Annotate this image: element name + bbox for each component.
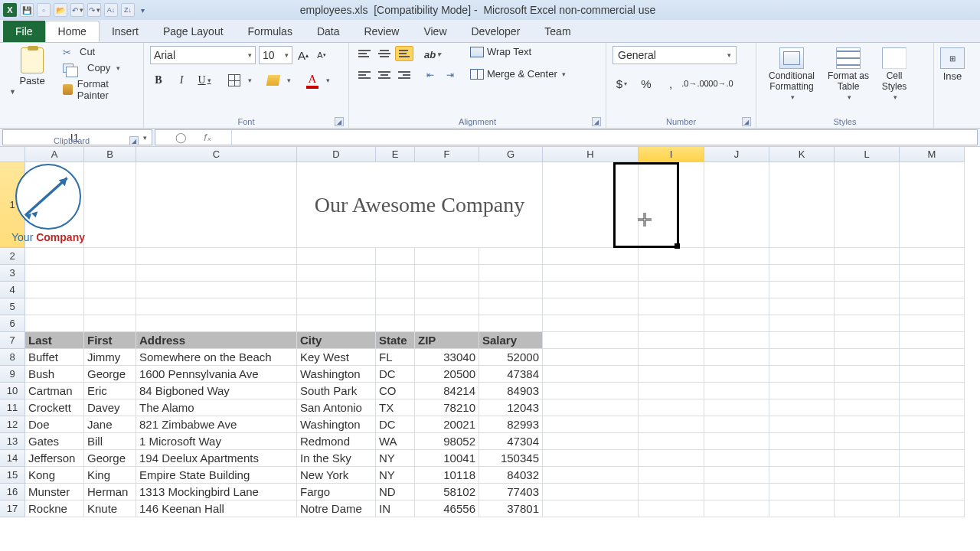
- tab-home[interactable]: Home: [45, 21, 100, 42]
- cell-K3[interactable]: [769, 265, 835, 282]
- cell-C16[interactable]: 1313 Mockingbird Lane: [136, 484, 297, 500]
- cell-M13[interactable]: [900, 433, 965, 450]
- row-header-11[interactable]: 11: [0, 399, 25, 416]
- cell-C9[interactable]: 1600 Pennsylvania Ave: [136, 366, 297, 383]
- cell-I10[interactable]: [639, 383, 704, 399]
- cell-G9[interactable]: 47384: [479, 366, 543, 383]
- cell-A16[interactable]: Munster: [25, 484, 84, 500]
- cell-H7[interactable]: [543, 332, 639, 349]
- cell-L4[interactable]: [835, 282, 900, 298]
- row-header-12[interactable]: 12: [0, 416, 25, 433]
- cell-F13[interactable]: 98052: [415, 433, 479, 450]
- tab-page-layout[interactable]: Page Layout: [151, 21, 236, 42]
- cell-M8[interactable]: [900, 349, 965, 366]
- cell-G14[interactable]: 150345: [479, 450, 543, 467]
- cell-H6[interactable]: [543, 315, 639, 332]
- cell-A4[interactable]: [25, 282, 84, 298]
- cell-D15[interactable]: New York: [297, 467, 376, 484]
- wrap-text-button[interactable]: Wrap Text: [470, 46, 566, 57]
- cell-F8[interactable]: 33040: [415, 349, 479, 366]
- cell-F5[interactable]: [415, 298, 479, 315]
- conditional-formatting-button[interactable]: Conditional Formatting▾: [763, 46, 821, 103]
- cell-L12[interactable]: [835, 416, 900, 433]
- cell-G17[interactable]: 37801: [479, 500, 543, 517]
- cell-G6[interactable]: [479, 315, 543, 332]
- row-header-7[interactable]: 7: [0, 332, 25, 349]
- new-icon[interactable]: ▫: [37, 3, 51, 17]
- cell-A15[interactable]: Kong: [25, 467, 84, 484]
- cell-C5[interactable]: [136, 298, 297, 315]
- cell-B5[interactable]: [84, 298, 136, 315]
- row-header-14[interactable]: 14: [0, 450, 25, 467]
- cell-M16[interactable]: [900, 484, 965, 500]
- cell-C2[interactable]: [136, 248, 297, 265]
- comma-button[interactable]: ,: [662, 75, 680, 92]
- increase-indent-button[interactable]: ⇥: [441, 67, 459, 83]
- cell-H12[interactable]: [543, 416, 639, 433]
- cell-H13[interactable]: [543, 433, 639, 450]
- tab-file[interactable]: File: [3, 21, 45, 42]
- align-bottom-button[interactable]: [395, 46, 413, 61]
- cell-C11[interactable]: The Alamo: [136, 399, 297, 416]
- cell-I6[interactable]: [639, 315, 704, 332]
- cell-E17[interactable]: IN: [376, 500, 415, 517]
- cell-L16[interactable]: [835, 484, 900, 500]
- row-header-15[interactable]: 15: [0, 467, 25, 484]
- cell-L11[interactable]: [835, 399, 900, 416]
- col-header-G[interactable]: G: [479, 147, 543, 162]
- col-header-B[interactable]: B: [84, 147, 136, 162]
- tab-formulas[interactable]: Formulas: [236, 21, 305, 42]
- cut-button[interactable]: ✂Cut: [63, 46, 137, 57]
- increase-decimal-button[interactable]: .0→.00: [686, 75, 704, 92]
- cell-J10[interactable]: [704, 383, 769, 399]
- cell-M3[interactable]: [900, 265, 965, 282]
- cell-L7[interactable]: [835, 332, 900, 349]
- col-header-A[interactable]: A: [25, 147, 84, 162]
- cell-C14[interactable]: 194 Deelux Apartments: [136, 450, 297, 467]
- cell-F14[interactable]: 10041: [415, 450, 479, 467]
- fx-icon[interactable]: fₓ: [204, 132, 211, 143]
- copy-button[interactable]: Copy▾: [63, 62, 137, 73]
- cell-A12[interactable]: Doe: [25, 416, 84, 433]
- undo-icon[interactable]: ↶▾: [70, 3, 84, 17]
- row-header-9[interactable]: 9: [0, 366, 25, 383]
- bold-button[interactable]: B: [150, 72, 167, 89]
- cell-F3[interactable]: [415, 265, 479, 282]
- cell-J3[interactable]: [704, 265, 769, 282]
- cell-I1[interactable]: [639, 162, 704, 248]
- col-header-D[interactable]: D: [297, 147, 376, 162]
- fill-color-button[interactable]: [266, 75, 280, 86]
- cell-L13[interactable]: [835, 433, 900, 450]
- orientation-button[interactable]: ab▾: [424, 46, 441, 63]
- cell-M4[interactable]: [900, 282, 965, 298]
- cell-K14[interactable]: [769, 450, 835, 467]
- tab-insert[interactable]: Insert: [100, 21, 151, 42]
- cell-D8[interactable]: Key West: [297, 349, 376, 366]
- cell-M2[interactable]: [900, 248, 965, 265]
- cell-B17[interactable]: Knute: [84, 500, 136, 517]
- cell-J4[interactable]: [704, 282, 769, 298]
- font-name-select[interactable]: Arial▾: [150, 46, 256, 64]
- cells-area[interactable]: Our Awesome Company Last First Address C…: [25, 162, 965, 517]
- cell-B16[interactable]: Herman: [84, 484, 136, 500]
- align-middle-button[interactable]: [375, 46, 394, 61]
- cell-I8[interactable]: [639, 349, 704, 366]
- tab-data[interactable]: Data: [305, 21, 352, 42]
- number-format-select[interactable]: General▾: [612, 46, 737, 64]
- col-header-I[interactable]: I: [639, 147, 704, 162]
- cell-D12[interactable]: Washington: [297, 416, 376, 433]
- cell-B3[interactable]: [84, 265, 136, 282]
- cell-C17[interactable]: 146 Keenan Hall: [136, 500, 297, 517]
- cell-J15[interactable]: [704, 467, 769, 484]
- cell-G5[interactable]: [479, 298, 543, 315]
- cell-D2[interactable]: [297, 248, 376, 265]
- sort-desc-icon[interactable]: Z↓: [121, 3, 135, 17]
- insert-cells-button[interactable]: ⊞ Inse: [939, 46, 966, 83]
- decrease-decimal-button[interactable]: .00→.0: [710, 75, 729, 92]
- cell-F15[interactable]: 10118: [415, 467, 479, 484]
- cell-H5[interactable]: [543, 298, 639, 315]
- cell-D9[interactable]: Washington: [297, 366, 376, 383]
- cell-G16[interactable]: 77403: [479, 484, 543, 500]
- cell-M7[interactable]: [900, 332, 965, 349]
- col-header-E[interactable]: E: [376, 147, 415, 162]
